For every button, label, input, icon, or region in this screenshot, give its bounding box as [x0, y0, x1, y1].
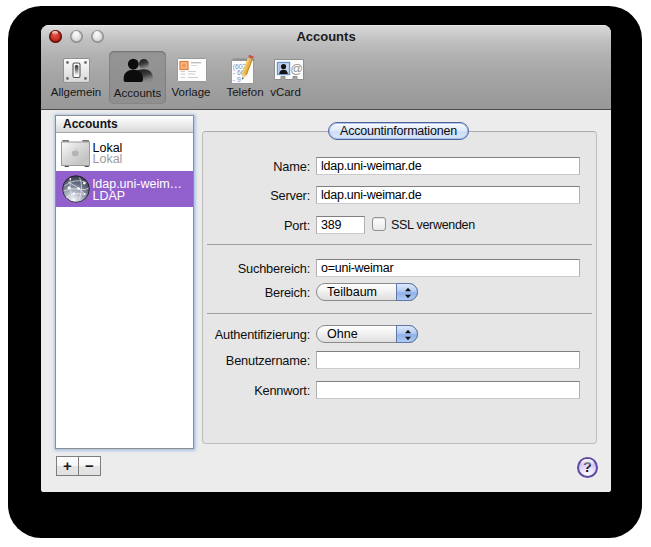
- svg-text:- 9: - 9: [233, 76, 241, 83]
- svg-text:@: @: [290, 62, 303, 76]
